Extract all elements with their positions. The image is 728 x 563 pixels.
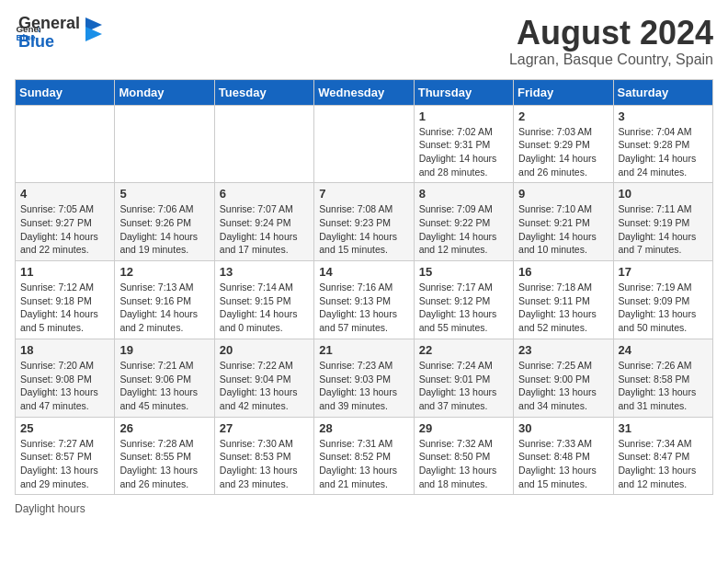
calendar-day-cell: 7Sunrise: 7:08 AM Sunset: 9:23 PM Daylig… (314, 183, 414, 261)
day-number: 5 (119, 187, 209, 201)
logo: General Blue General Blue (15, 15, 102, 52)
calendar-day-cell: 12Sunrise: 7:13 AM Sunset: 9:16 PM Dayli… (115, 261, 214, 339)
day-number: 30 (518, 421, 608, 435)
calendar-day-header: Monday (115, 79, 214, 105)
calendar-header-row: SundayMondayTuesdayWednesdayThursdayFrid… (16, 79, 713, 105)
day-number: 7 (319, 187, 408, 201)
calendar-day-cell: 14Sunrise: 7:16 AM Sunset: 9:13 PM Dayli… (314, 261, 414, 339)
calendar-day-cell: 31Sunrise: 7:34 AM Sunset: 8:47 PM Dayli… (613, 417, 712, 495)
day-detail: Sunrise: 7:32 AM Sunset: 8:50 PM Dayligh… (419, 437, 508, 491)
day-number: 28 (319, 421, 408, 435)
month-year-title: August 2024 (509, 15, 713, 52)
day-detail: Sunrise: 7:27 AM Sunset: 8:57 PM Dayligh… (20, 437, 109, 491)
calendar-day-cell (314, 105, 414, 183)
day-number: 25 (20, 421, 109, 435)
calendar-table: SundayMondayTuesdayWednesdayThursdayFrid… (15, 79, 713, 496)
day-number: 24 (619, 343, 708, 357)
calendar-week-row: 25Sunrise: 7:27 AM Sunset: 8:57 PM Dayli… (16, 417, 713, 495)
day-detail: Sunrise: 7:07 AM Sunset: 9:24 PM Dayligh… (220, 202, 309, 257)
calendar-day-cell: 11Sunrise: 7:12 AM Sunset: 9:18 PM Dayli… (16, 261, 115, 339)
day-detail: Sunrise: 7:12 AM Sunset: 9:18 PM Dayligh… (20, 281, 109, 335)
calendar-day-cell: 20Sunrise: 7:22 AM Sunset: 9:04 PM Dayli… (214, 339, 313, 417)
logo-chevron-icon (85, 17, 102, 45)
day-number: 29 (419, 421, 508, 435)
day-number: 16 (518, 265, 608, 279)
calendar-day-cell: 26Sunrise: 7:28 AM Sunset: 8:55 PM Dayli… (115, 417, 214, 495)
day-number: 23 (518, 343, 608, 357)
day-number: 22 (419, 343, 508, 357)
day-detail: Sunrise: 7:33 AM Sunset: 8:48 PM Dayligh… (518, 437, 608, 491)
calendar-day-cell: 17Sunrise: 7:19 AM Sunset: 9:09 PM Dayli… (613, 261, 712, 339)
calendar-day-cell: 30Sunrise: 7:33 AM Sunset: 8:48 PM Dayli… (514, 417, 613, 495)
day-detail: Sunrise: 7:18 AM Sunset: 9:11 PM Dayligh… (518, 281, 608, 335)
calendar-day-cell: 6Sunrise: 7:07 AM Sunset: 9:24 PM Daylig… (214, 183, 313, 261)
calendar-week-row: 4Sunrise: 7:05 AM Sunset: 9:27 PM Daylig… (16, 183, 713, 261)
calendar-day-cell: 18Sunrise: 7:20 AM Sunset: 9:08 PM Dayli… (16, 339, 115, 417)
day-number: 15 (419, 265, 508, 279)
day-number: 17 (619, 265, 708, 279)
day-detail: Sunrise: 7:23 AM Sunset: 9:03 PM Dayligh… (319, 359, 408, 413)
calendar-day-cell: 22Sunrise: 7:24 AM Sunset: 9:01 PM Dayli… (414, 339, 513, 417)
calendar-day-cell: 28Sunrise: 7:31 AM Sunset: 8:52 PM Dayli… (314, 417, 414, 495)
location-subtitle: Lagran, Basque Country, Spain (509, 52, 713, 68)
calendar-day-cell: 3Sunrise: 7:04 AM Sunset: 9:28 PM Daylig… (613, 105, 712, 183)
calendar-day-cell: 21Sunrise: 7:23 AM Sunset: 9:03 PM Dayli… (314, 339, 414, 417)
day-number: 1 (419, 109, 508, 123)
day-number: 27 (220, 421, 309, 435)
calendar-day-cell (16, 105, 115, 183)
day-number: 13 (220, 265, 309, 279)
calendar-day-header: Tuesday (214, 79, 313, 105)
day-detail: Sunrise: 7:26 AM Sunset: 8:58 PM Dayligh… (619, 359, 708, 413)
day-detail: Sunrise: 7:24 AM Sunset: 9:01 PM Dayligh… (419, 359, 508, 413)
calendar-day-cell: 2Sunrise: 7:03 AM Sunset: 9:29 PM Daylig… (514, 105, 613, 183)
day-number: 9 (518, 187, 608, 201)
footer-note: Daylight hours (15, 502, 713, 515)
logo-general-text: General (18, 15, 80, 33)
calendar-week-row: 1Sunrise: 7:02 AM Sunset: 9:31 PM Daylig… (16, 105, 713, 183)
day-detail: Sunrise: 7:09 AM Sunset: 9:22 PM Dayligh… (419, 202, 508, 257)
day-number: 18 (20, 343, 109, 357)
day-number: 4 (20, 187, 109, 201)
calendar-day-cell: 24Sunrise: 7:26 AM Sunset: 8:58 PM Dayli… (613, 339, 712, 417)
day-number: 12 (119, 265, 209, 279)
day-detail: Sunrise: 7:22 AM Sunset: 9:04 PM Dayligh… (220, 359, 309, 413)
day-detail: Sunrise: 7:19 AM Sunset: 9:09 PM Dayligh… (619, 281, 708, 335)
calendar-day-header: Thursday (414, 79, 513, 105)
day-detail: Sunrise: 7:06 AM Sunset: 9:26 PM Dayligh… (119, 202, 209, 257)
day-number: 11 (20, 265, 109, 279)
title-area: August 2024 Lagran, Basque Country, Spai… (509, 15, 713, 68)
calendar-day-cell: 29Sunrise: 7:32 AM Sunset: 8:50 PM Dayli… (414, 417, 513, 495)
calendar-week-row: 11Sunrise: 7:12 AM Sunset: 9:18 PM Dayli… (16, 261, 713, 339)
day-number: 10 (619, 187, 708, 201)
calendar-day-cell: 23Sunrise: 7:25 AM Sunset: 9:00 PM Dayli… (514, 339, 613, 417)
calendar-day-cell: 25Sunrise: 7:27 AM Sunset: 8:57 PM Dayli… (16, 417, 115, 495)
day-detail: Sunrise: 7:34 AM Sunset: 8:47 PM Dayligh… (619, 437, 708, 491)
day-number: 14 (319, 265, 408, 279)
calendar-day-cell: 5Sunrise: 7:06 AM Sunset: 9:26 PM Daylig… (115, 183, 214, 261)
day-detail: Sunrise: 7:14 AM Sunset: 9:15 PM Dayligh… (220, 281, 309, 335)
day-detail: Sunrise: 7:25 AM Sunset: 9:00 PM Dayligh… (518, 359, 608, 413)
svg-marker-5 (85, 27, 102, 41)
day-detail: Sunrise: 7:16 AM Sunset: 9:13 PM Dayligh… (319, 281, 408, 335)
day-detail: Sunrise: 7:05 AM Sunset: 9:27 PM Dayligh… (20, 202, 109, 257)
calendar-day-header: Saturday (613, 79, 712, 105)
day-number: 3 (619, 109, 708, 123)
calendar-day-header: Friday (514, 79, 613, 105)
calendar-day-cell: 13Sunrise: 7:14 AM Sunset: 9:15 PM Dayli… (214, 261, 313, 339)
calendar-day-cell: 19Sunrise: 7:21 AM Sunset: 9:06 PM Dayli… (115, 339, 214, 417)
day-detail: Sunrise: 7:17 AM Sunset: 9:12 PM Dayligh… (419, 281, 508, 335)
calendar-day-cell: 4Sunrise: 7:05 AM Sunset: 9:27 PM Daylig… (16, 183, 115, 261)
calendar-day-cell: 1Sunrise: 7:02 AM Sunset: 9:31 PM Daylig… (414, 105, 513, 183)
day-detail: Sunrise: 7:03 AM Sunset: 9:29 PM Dayligh… (518, 125, 608, 179)
day-detail: Sunrise: 7:10 AM Sunset: 9:21 PM Dayligh… (518, 202, 608, 257)
logo-blue-text: Blue (18, 33, 80, 52)
day-detail: Sunrise: 7:11 AM Sunset: 9:19 PM Dayligh… (619, 202, 708, 257)
calendar-day-header: Wednesday (314, 79, 414, 105)
calendar-day-cell: 27Sunrise: 7:30 AM Sunset: 8:53 PM Dayli… (214, 417, 313, 495)
day-detail: Sunrise: 7:28 AM Sunset: 8:55 PM Dayligh… (119, 437, 209, 491)
day-number: 19 (119, 343, 209, 357)
header: General Blue General Blue August 2024 La… (15, 15, 713, 68)
day-detail: Sunrise: 7:30 AM Sunset: 8:53 PM Dayligh… (220, 437, 309, 491)
calendar-day-header: Sunday (16, 79, 115, 105)
calendar-week-row: 18Sunrise: 7:20 AM Sunset: 9:08 PM Dayli… (16, 339, 713, 417)
